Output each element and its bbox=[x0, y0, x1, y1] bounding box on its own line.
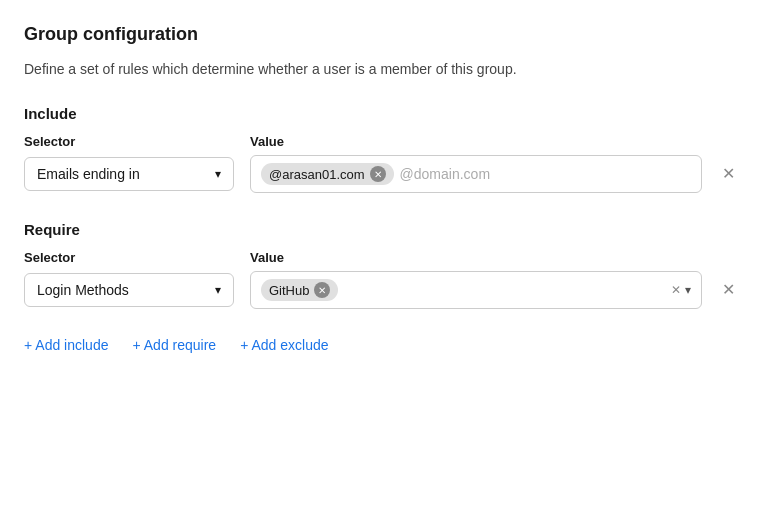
require-row: Login Methods ▾ GitHub ✕ ✕ ▾ ✕ bbox=[24, 271, 739, 309]
require-delete-button[interactable]: ✕ bbox=[718, 278, 739, 302]
require-dropdown-arrow-icon: ▾ bbox=[215, 283, 221, 297]
include-value-field[interactable]: @arasan01.com ✕ @domain.com bbox=[250, 155, 702, 193]
add-exclude-link[interactable]: + Add exclude bbox=[240, 337, 328, 353]
include-dropdown-arrow-icon: ▾ bbox=[215, 167, 221, 181]
add-include-link[interactable]: + Add include bbox=[24, 337, 108, 353]
require-tag: GitHub ✕ bbox=[261, 279, 338, 301]
page-title: Group configuration bbox=[24, 24, 739, 45]
require-tag-text: GitHub bbox=[269, 283, 309, 298]
require-value-label: Value bbox=[250, 250, 739, 265]
include-selector-value: Emails ending in bbox=[37, 166, 140, 182]
require-value-field[interactable]: GitHub ✕ ✕ ▾ bbox=[250, 271, 702, 309]
include-row: Emails ending in ▾ @arasan01.com ✕ @doma… bbox=[24, 155, 739, 193]
page-description: Define a set of rules which determine wh… bbox=[24, 61, 739, 77]
require-value-dropdown-button[interactable]: ▾ bbox=[685, 283, 691, 297]
require-value-controls: ✕ ▾ bbox=[671, 283, 691, 297]
include-tag-text: @arasan01.com bbox=[269, 167, 365, 182]
include-section: Include Selector Value Emails ending in … bbox=[24, 105, 739, 193]
require-section: Require Selector Value Login Methods ▾ G… bbox=[24, 221, 739, 309]
include-value-label: Value bbox=[250, 134, 739, 149]
require-selector-value: Login Methods bbox=[37, 282, 129, 298]
include-value-placeholder: @domain.com bbox=[400, 166, 490, 182]
require-selector-label: Selector bbox=[24, 250, 234, 265]
add-require-link[interactable]: + Add require bbox=[132, 337, 216, 353]
include-section-title: Include bbox=[24, 105, 739, 122]
require-clear-button[interactable]: ✕ bbox=[671, 283, 681, 297]
require-selector-dropdown[interactable]: Login Methods ▾ bbox=[24, 273, 234, 307]
include-selector-label: Selector bbox=[24, 134, 234, 149]
include-labels: Selector Value bbox=[24, 134, 739, 149]
include-selector-dropdown[interactable]: Emails ending in ▾ bbox=[24, 157, 234, 191]
require-section-title: Require bbox=[24, 221, 739, 238]
include-tag: @arasan01.com ✕ bbox=[261, 163, 394, 185]
include-delete-button[interactable]: ✕ bbox=[718, 162, 739, 186]
require-tag-close-icon[interactable]: ✕ bbox=[314, 282, 330, 298]
include-tag-close-icon[interactable]: ✕ bbox=[370, 166, 386, 182]
require-labels: Selector Value bbox=[24, 250, 739, 265]
actions-row: + Add include + Add require + Add exclud… bbox=[24, 337, 739, 353]
